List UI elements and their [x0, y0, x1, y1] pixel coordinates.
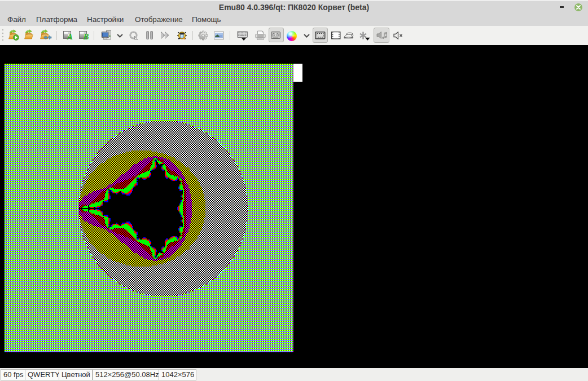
svg-text:B: B — [83, 32, 89, 40]
svg-text:A: A — [67, 32, 73, 40]
